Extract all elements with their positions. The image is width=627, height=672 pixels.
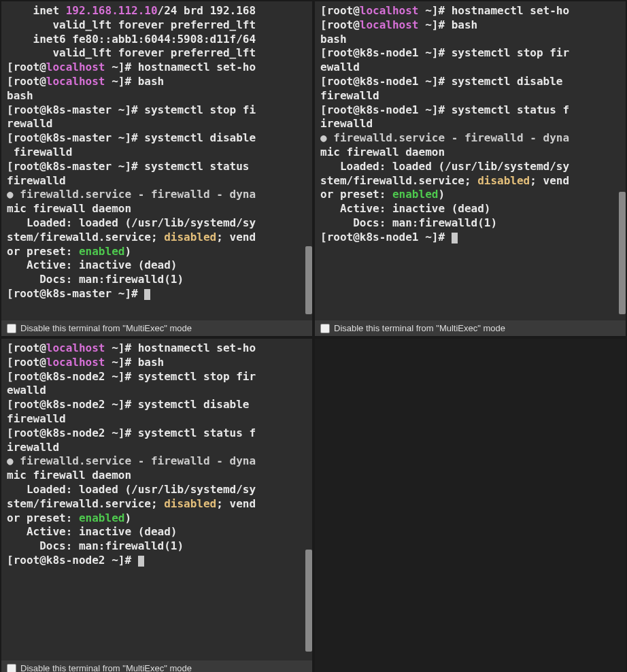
footer-label: Disable this terminal from "MultiExec" m… — [20, 323, 192, 333]
scrollbar-thumb[interactable] — [305, 246, 312, 314]
terminal-output[interactable]: [root@localhost ~]# hostnamectl set-ho [… — [315, 1, 626, 320]
footer-bar: Disable this terminal from "MultiExec" m… — [315, 320, 626, 336]
footer-bar: Disable this terminal from "MultiExec" m… — [1, 320, 312, 336]
footer-label: Disable this terminal from "MultiExec" m… — [20, 663, 192, 672]
footer-label: Disable this terminal from "MultiExec" m… — [334, 323, 505, 333]
terminal-pane-master: inet 192.168.112.10/24 brd 192.168 valid… — [1, 1, 312, 336]
multiexec-checkbox[interactable] — [320, 324, 330, 333]
footer-bar: Disable this terminal from "MultiExec" m… — [1, 660, 312, 672]
terminal-output[interactable]: [root@localhost ~]# hostnamectl set-ho [… — [1, 339, 312, 660]
multiexec-checkbox[interactable] — [7, 324, 16, 333]
terminal-pane-node1: [root@localhost ~]# hostnamectl set-ho [… — [315, 1, 626, 336]
terminal-pane-empty — [315, 339, 626, 672]
terminal-pane-node2: [root@localhost ~]# hostnamectl set-ho [… — [1, 339, 312, 672]
scrollbar-thumb[interactable] — [619, 192, 626, 314]
terminal-output[interactable]: inet 192.168.112.10/24 brd 192.168 valid… — [1, 1, 312, 320]
scrollbar-thumb[interactable] — [305, 550, 312, 652]
multiexec-checkbox[interactable] — [7, 664, 16, 673]
